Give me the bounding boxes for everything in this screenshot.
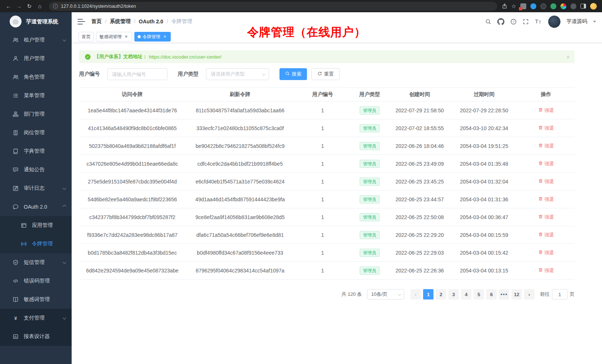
help-icon[interactable]: ?: [510, 19, 517, 25]
force-logout-button[interactable]: 强退: [538, 196, 554, 203]
user-id-cell: 1: [295, 208, 351, 226]
sidebar-item-oauth2[interactable]: OAuth 2.0: [0, 198, 72, 216]
user-id-input[interactable]: [107, 68, 167, 80]
browser-refresh-icon[interactable]: ↻: [24, 3, 34, 10]
sidebar-item-role[interactable]: 角色管理: [0, 68, 72, 86]
sidebar-item-report-designer[interactable]: 报表设计器: [0, 327, 72, 346]
force-logout-button[interactable]: 强退: [538, 214, 554, 221]
tab-sensitive-word[interactable]: 敏感词管理×: [96, 32, 132, 42]
force-logout-button[interactable]: 强退: [538, 143, 554, 149]
goto-page-input[interactable]: [552, 289, 567, 300]
sidebar-item-pay[interactable]: ¥支付管理: [0, 309, 72, 327]
sidebar-item-label: 报表设计器: [24, 333, 66, 340]
breadcrumb-item[interactable]: 系统管理: [110, 18, 131, 25]
reset-button[interactable]: 重置: [311, 68, 340, 80]
chat-icon: [13, 167, 19, 173]
extension-icon[interactable]: [550, 3, 556, 9]
extension-icon[interactable]: [560, 3, 566, 9]
sidebar-item-tenant[interactable]: 租户管理: [0, 31, 72, 49]
force-logout-button[interactable]: 强退: [538, 249, 554, 256]
user-name[interactable]: 芋道源码: [566, 18, 587, 25]
created-time-cell: 2022-06-26 18:04:46: [389, 137, 451, 155]
bookmark-star-icon[interactable]: ☆: [511, 3, 516, 10]
user-type-badge: 管理员: [360, 160, 380, 168]
browser-forward-icon[interactable]: →: [14, 3, 24, 9]
tab-label: 敏感词管理: [99, 34, 122, 40]
table-row: 275e5de9151045fe87cbdc395e004f4de6cfd40e…: [79, 173, 575, 191]
window-icon: [21, 222, 27, 228]
extension-icon[interactable]: [520, 3, 526, 9]
tab-home[interactable]: 首页: [78, 32, 94, 42]
sidebar-item-sms[interactable]: 短信管理: [0, 253, 72, 272]
force-logout-button[interactable]: 强退: [538, 178, 554, 185]
refresh-token-cell: 811c530487574fa0af1a59d3abc1aa66: [186, 102, 295, 119]
next-page-button[interactable]: ›: [524, 289, 534, 300]
search-icon[interactable]: [485, 19, 491, 25]
sidebar-item-notice[interactable]: 通知公告: [0, 161, 72, 179]
force-logout-button[interactable]: 强退: [538, 161, 554, 167]
sidebar-item-oauth2-application[interactable]: 应用管理: [0, 216, 72, 235]
page-button[interactable]: 5: [474, 289, 484, 300]
page-button[interactable]: 1: [423, 289, 433, 300]
sidebar-item-dict[interactable]: 字典管理: [0, 142, 72, 161]
force-logout-button[interactable]: 强退: [538, 107, 554, 114]
sidebar-item-dept[interactable]: 部门管理: [0, 105, 72, 123]
chevron-down-icon: [63, 186, 66, 190]
font-size-icon[interactable]: TT: [535, 18, 542, 25]
extension-icon[interactable]: [540, 3, 546, 9]
svg-text:T: T: [535, 19, 539, 24]
force-logout-button[interactable]: 强退: [538, 125, 554, 132]
expire-time-cell: 2054-03-04 01:35:48: [451, 155, 517, 173]
browser-profile-avatar[interactable]: [590, 3, 597, 10]
user-type-select[interactable]: 请选择用户类型: [206, 68, 269, 80]
browser-url-bar[interactable]: i 127.0.0.1:1024/system/oauth2/token: [49, 2, 497, 11]
sidebar-item-audit-log[interactable]: 审计日志: [0, 179, 72, 198]
page-ellipsis[interactable]: ●●●: [499, 289, 509, 300]
trash-icon: [538, 196, 543, 202]
app-logo[interactable]: 芋道管理系统: [0, 12, 72, 31]
force-logout-button[interactable]: 强退: [538, 267, 554, 274]
app: 芋道管理系统 租户管理用户管理角色管理菜单管理部门管理岗位管理字典管理通知公告审…: [0, 12, 602, 364]
sidebar-item-user[interactable]: 用户管理: [0, 49, 72, 68]
chevron-down-icon[interactable]: [593, 21, 596, 23]
sidebar-item-oauth2-token[interactable]: 令牌管理: [0, 235, 72, 253]
user-avatar[interactable]: [548, 16, 560, 28]
table-row: 54d6be82ee5a460a9aedc1f9bf22365649d1aa46…: [79, 191, 575, 208]
prev-page-button[interactable]: ‹: [410, 289, 421, 300]
sidebar-item-menu[interactable]: 菜单管理: [0, 86, 72, 105]
extension-icon[interactable]: [530, 3, 536, 9]
sidebar-item-post[interactable]: 岗位管理: [0, 123, 72, 142]
refresh-token-cell: 9ce8ef2aa9f14056b831ae9b608e28d5: [186, 208, 295, 226]
doc-link[interactable]: https://doc.iocoder.cn/user-center/: [149, 54, 222, 60]
tab-oauth2-token[interactable]: 令牌管理×: [134, 32, 171, 42]
page-content: ✓ 【用户体系】文档地址： https://doc.iocoder.cn/use…: [72, 43, 602, 300]
page-button[interactable]: 6: [486, 289, 497, 300]
browser-home-icon[interactable]: ⌂: [35, 3, 45, 9]
alert-close-icon[interactable]: ×: [566, 54, 570, 60]
expire-time-cell: 2054-03-04 00:13:15: [451, 262, 517, 279]
extension-icon[interactable]: [570, 3, 576, 9]
sidebar-item-sensitive-word[interactable]: 敏感词管理: [0, 290, 72, 309]
site-info-icon[interactable]: i: [53, 4, 58, 9]
expire-time-cell: 2054-03-10 20:42:34: [451, 119, 517, 137]
breadcrumb-item[interactable]: 首页: [91, 18, 102, 25]
fullscreen-icon[interactable]: [523, 19, 529, 25]
tab-close-icon[interactable]: ×: [124, 34, 129, 39]
page-size-select[interactable]: 10条/页: [367, 289, 404, 300]
share-icon[interactable]: [502, 3, 507, 9]
sidebar-item-error-code[interactable]: 错误码管理: [0, 272, 72, 290]
sidebar-toggle-icon[interactable]: [78, 19, 85, 24]
search-button[interactable]: 搜索: [279, 68, 307, 80]
side-panel-icon[interactable]: [580, 4, 586, 9]
page-button[interactable]: 3: [448, 289, 459, 300]
force-logout-button[interactable]: 强退: [538, 232, 554, 238]
chevron-down-icon: [398, 292, 402, 296]
page-button[interactable]: 12: [511, 289, 522, 300]
github-icon[interactable]: [497, 18, 504, 25]
user-type-badge: 管理员: [360, 124, 380, 132]
browser-back-icon[interactable]: ←: [4, 3, 13, 9]
page-button[interactable]: 4: [461, 289, 471, 300]
tab-close-icon[interactable]: ×: [162, 34, 167, 39]
page-button[interactable]: 2: [436, 289, 446, 300]
breadcrumb-item[interactable]: OAuth 2.0: [139, 19, 163, 24]
